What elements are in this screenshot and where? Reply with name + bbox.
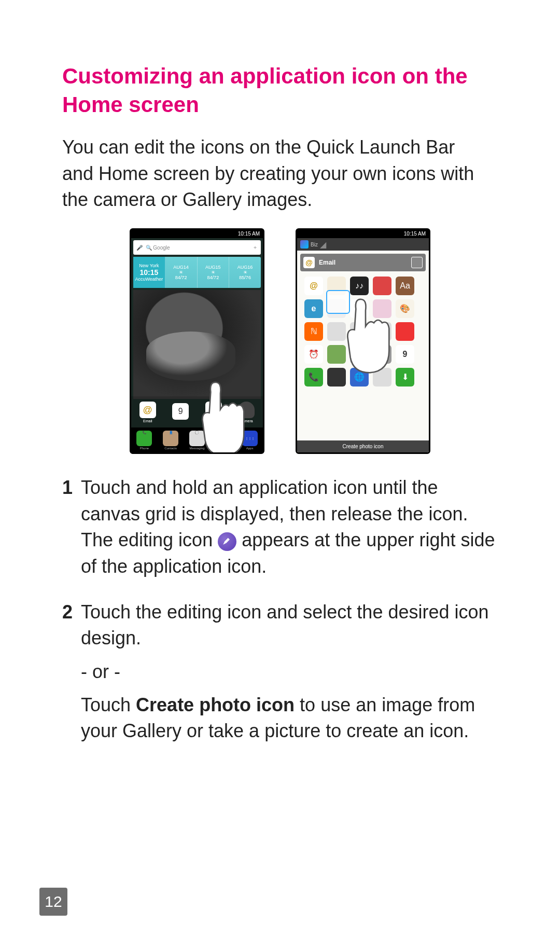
wallpaper-stones bbox=[133, 290, 261, 399]
selected-app-row: @Email bbox=[300, 254, 426, 271]
step-text: Touch Create photo icon to use an image … bbox=[81, 692, 498, 744]
page-number: 12 bbox=[39, 888, 67, 916]
step-number: 1 bbox=[62, 475, 81, 587]
section-heading: Customizing an application icon on the H… bbox=[62, 62, 498, 119]
icon-grid: @ ♪♪ Aa e 🎨 ℕ ⏰ ⚙ bbox=[297, 274, 429, 389]
screenshot-icon-picker: 10:15 AM Biz◢ @Email @ ♪♪ Aa e 🎨 bbox=[296, 228, 430, 454]
step-2: 2 Touch the editing icon and select the … bbox=[62, 599, 498, 752]
step-1: 1 Touch and hold an application icon unt… bbox=[62, 475, 498, 587]
manual-page: Customizing an application icon on the H… bbox=[0, 0, 560, 952]
screenshot-home: 10:15 AM 🎤 🔍 Google＋ New York10:15AccuWe… bbox=[130, 228, 264, 454]
status-bar: 10:15 AM bbox=[297, 230, 429, 238]
step-or: - or - bbox=[81, 659, 498, 685]
status-bar: 10:15 AM bbox=[131, 230, 263, 238]
home-icon-row: @Email 9 ▶Play Store Camera bbox=[131, 396, 263, 427]
weather-widget: New York10:15AccuWeather AUG14☀84/72 AUG… bbox=[133, 257, 261, 288]
create-photo-icon-button: Create photo icon bbox=[297, 440, 429, 452]
screenshot-row: 10:15 AM 🎤 🔍 Google＋ New York10:15AccuWe… bbox=[62, 228, 498, 454]
tab-bar: Biz◢ bbox=[297, 238, 429, 251]
edit-icon bbox=[218, 532, 236, 551]
step-text: Touch the editing icon and select the de… bbox=[81, 599, 498, 652]
instruction-list: 1 Touch and hold an application icon unt… bbox=[62, 475, 498, 752]
step-number: 2 bbox=[62, 599, 81, 752]
search-bar: 🎤 🔍 Google＋ bbox=[133, 240, 261, 255]
dock: 📞Phone 👤Contacts 💬Messaging 🌐Browser ⋮⋮⋮… bbox=[131, 427, 263, 452]
intro-paragraph: You can edit the icons on the Quick Laun… bbox=[62, 134, 487, 213]
